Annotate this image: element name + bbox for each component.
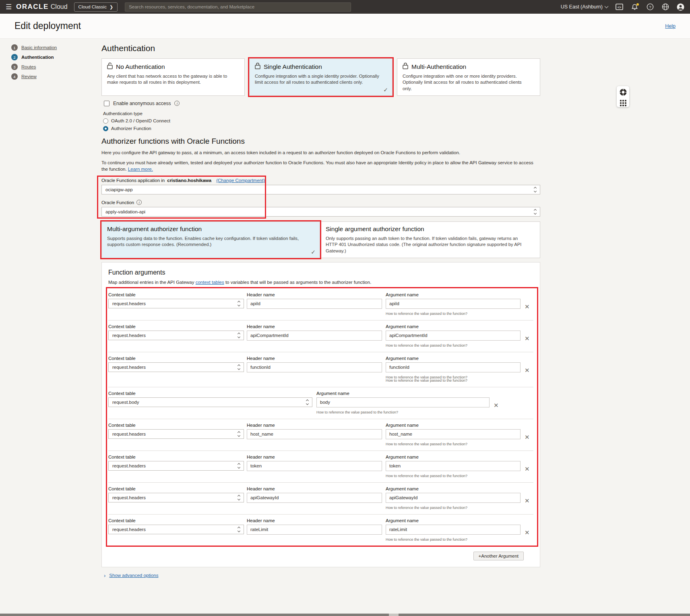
select-value: request.headers	[112, 301, 146, 306]
argument-name-input[interactable]	[386, 493, 521, 503]
hamburger-menu-icon[interactable]: ☰	[6, 3, 16, 11]
context-table-select[interactable]: request.headers	[108, 461, 244, 471]
context-table-select[interactable]: request.headers	[108, 331, 244, 340]
step-routes[interactable]: 3 Routes	[11, 64, 96, 70]
argument-name-input[interactable]	[386, 429, 521, 439]
grid-dots-icon[interactable]	[620, 100, 626, 106]
paragraph-text: To continue you must have already writte…	[101, 160, 533, 172]
argument-name-input[interactable]	[386, 362, 521, 372]
selected-check-icon: ✓	[383, 87, 388, 93]
card-single-authentication[interactable]: Single Authentication Configure integrat…	[249, 58, 393, 96]
header-name-input[interactable]	[247, 299, 382, 309]
card-multi-authentication[interactable]: Multi-Authentication Configure integrati…	[397, 58, 540, 96]
remove-row-icon[interactable]: ✕	[494, 402, 499, 408]
header-name-input[interactable]	[247, 525, 382, 535]
helper-text: How to reference the value passed to the…	[386, 442, 521, 446]
help-question-icon[interactable]: ?	[646, 3, 654, 11]
remove-row-icon[interactable]: ✕	[525, 335, 530, 341]
life-ring-icon[interactable]	[619, 88, 627, 98]
card-single-argument[interactable]: Single argument authorizer function Only…	[320, 221, 540, 258]
info-icon[interactable]: i	[174, 101, 180, 106]
header-name-input[interactable]	[247, 362, 382, 372]
radio-oauth[interactable]: OAuth 2.0 / OpenID Connect	[103, 118, 540, 124]
remove-row-icon[interactable]: ✕	[525, 498, 530, 504]
card-title: Single Authentication	[264, 63, 322, 70]
floating-widget[interactable]	[617, 86, 629, 107]
helper-text: How to reference the value passed to the…	[316, 410, 490, 414]
search-input[interactable]	[125, 2, 351, 12]
remove-row-icon[interactable]: ✕	[525, 434, 530, 440]
step-number: 3	[11, 64, 18, 70]
anonymous-access-checkbox[interactable]	[104, 101, 109, 106]
cloud-classic-button[interactable]: Cloud Classic ❯	[74, 2, 118, 12]
developer-tools-icon[interactable]: <>	[616, 3, 623, 11]
change-compartment-link[interactable]: (Change Compartment)	[216, 178, 265, 183]
cloud-classic-label: Cloud Classic	[79, 4, 107, 9]
another-argument-button[interactable]: +Another Argument	[473, 552, 524, 560]
compartment-name: cristiano.hoshikawa	[167, 178, 211, 183]
argument-row-body: Context table request.body Argument name…	[108, 387, 533, 419]
lock-icon	[403, 62, 408, 71]
step-label[interactable]: Routes	[21, 64, 36, 69]
step-review[interactable]: 4 Review	[11, 73, 96, 80]
selected-check-icon: ✓	[311, 249, 316, 255]
argument-row: Context table request.headers Header nam…	[108, 483, 533, 515]
context-table-select[interactable]: request.body	[108, 397, 312, 407]
context-table-label: Context table	[108, 292, 244, 297]
show-advanced-options-link[interactable]: Show advanced options	[109, 573, 158, 578]
remove-row-icon[interactable]: ✕	[525, 304, 530, 310]
help-link[interactable]: Help	[665, 23, 676, 29]
language-globe-icon[interactable]	[661, 3, 669, 11]
card-multi-argument[interactable]: Multi-argument authorizer function Suppo…	[101, 221, 320, 258]
header-name-input[interactable]	[247, 461, 382, 471]
argument-name-input[interactable]	[316, 397, 490, 407]
step-label[interactable]: Review	[21, 74, 37, 79]
argument-row: Context table request.headers Header nam…	[108, 320, 533, 352]
radio-icon-checked[interactable]	[103, 126, 108, 131]
context-table-select[interactable]: request.headers	[108, 525, 244, 534]
notifications-bell-icon[interactable]	[631, 3, 638, 11]
header-name-input[interactable]	[247, 429, 382, 439]
step-authentication[interactable]: 2 Authentication	[11, 54, 96, 60]
radio-icon[interactable]	[103, 118, 108, 124]
oracle-functions-application-select[interactable]: ociapigw-app	[101, 185, 540, 194]
info-icon[interactable]: i	[136, 200, 142, 205]
select-chevrons-icon	[238, 432, 240, 436]
another-argument-row: +Another Argument	[108, 552, 533, 560]
select-chevrons-icon	[238, 495, 240, 500]
argument-name-label: Argument name	[386, 324, 521, 329]
advanced-options-row[interactable]: › Show advanced options	[104, 573, 540, 579]
header-name-input[interactable]	[247, 331, 382, 341]
oracle-function-select[interactable]: apply-validation-api	[101, 207, 540, 217]
context-table-select[interactable]: request.headers	[108, 429, 244, 439]
remove-row-icon[interactable]: ✕	[525, 367, 530, 373]
lock-icon	[255, 62, 260, 71]
learn-more-link[interactable]: Learn more.	[128, 167, 153, 172]
brand-oracle: ORACLE	[16, 3, 49, 11]
card-no-authentication[interactable]: No Authentication Any client that has ne…	[101, 58, 245, 96]
context-table-select[interactable]: request.headers	[108, 299, 244, 308]
header-name-label: Header name	[247, 455, 382, 459]
header-name-label: Header name	[247, 356, 382, 361]
step-label[interactable]: Basic information	[21, 45, 57, 50]
remove-row-icon[interactable]: ✕	[525, 466, 530, 472]
select-chevrons-icon	[534, 209, 536, 214]
argument-name-label: Argument name	[386, 292, 521, 297]
remove-row-icon[interactable]: ✕	[525, 529, 530, 535]
context-table-select[interactable]: request.headers	[108, 362, 244, 372]
helper-text: How to reference the value passed to the…	[386, 312, 521, 316]
context-tables-link[interactable]: context tables	[196, 280, 224, 285]
step-basic-information[interactable]: 1 Basic information	[11, 44, 96, 51]
context-table-select[interactable]: request.headers	[108, 493, 244, 502]
function-arguments-intro: Map additional entries in the API Gatewa…	[108, 280, 533, 285]
argument-name-label: Argument name	[386, 356, 521, 361]
region-selector[interactable]: US East (Ashburn)	[561, 4, 608, 10]
header-name-input[interactable]	[247, 493, 382, 503]
argument-name-input[interactable]	[386, 461, 521, 471]
argument-name-input[interactable]	[386, 331, 521, 341]
radio-authorizer-function[interactable]: Authorizer Function	[103, 126, 540, 131]
user-avatar-icon[interactable]	[677, 3, 684, 11]
topbar-right: US East (Ashburn) <> ?	[561, 3, 684, 11]
argument-name-input[interactable]	[386, 299, 521, 309]
argument-name-input[interactable]	[386, 525, 521, 535]
